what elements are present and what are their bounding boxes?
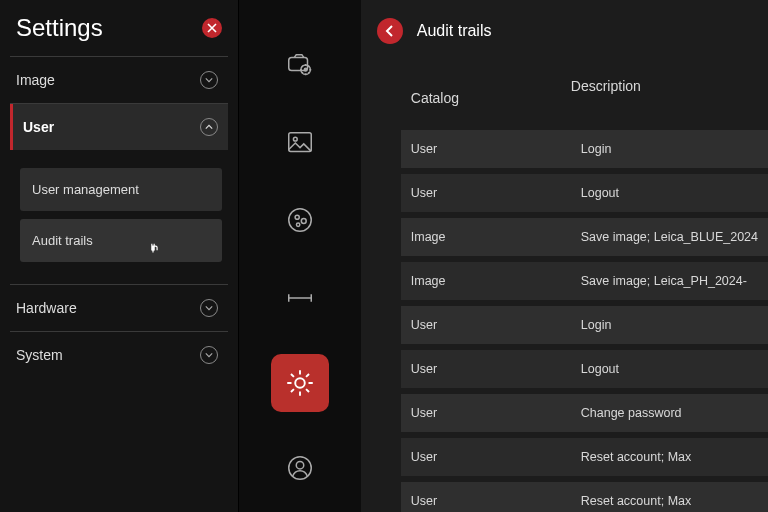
back-button[interactable] [377,18,403,44]
cell-description: Login [571,306,768,344]
cell-catalog: User [401,130,571,168]
cell-catalog: User [401,174,571,212]
table-row[interactable]: UserLogout [401,350,768,388]
subitem-audit-trails[interactable]: Audit trails [20,219,222,262]
category-label: Hardware [16,300,77,316]
svg-point-14 [296,461,304,469]
col-catalog: Catalog [401,78,571,118]
subitem-label: Audit trails [32,233,93,248]
table-row[interactable]: UserReset account; Max [401,482,768,512]
settings-panel: Settings Image User User management Audi… [0,0,239,512]
rail-settings[interactable] [271,354,329,412]
svg-point-4 [293,137,297,141]
svg-point-7 [301,219,306,224]
category-label: User [23,119,54,135]
cell-description: Reset account; Max [571,482,768,512]
audit-panel: Audit trails Catalog Description UserLog… [361,0,768,512]
rail-camera[interactable] [278,42,322,86]
pointer-cursor-icon [146,242,160,256]
cell-description: Reset account; Max [571,438,768,476]
image-icon [285,127,315,157]
category-user[interactable]: User [10,104,228,150]
table-row[interactable]: ImageSave image; Leica_PH_2024- [401,262,768,300]
chevron-down-icon [200,71,218,89]
table-header: Catalog Description [401,66,768,130]
chevron-left-icon [384,25,396,37]
cell-description: Logout [571,350,768,388]
ruler-icon [285,283,315,313]
subitem-label: User management [32,182,139,197]
table-row[interactable]: UserLogin [401,306,768,344]
table-row[interactable]: UserReset account; Max [401,438,768,476]
audit-table: Catalog Description UserLoginUserLogoutI… [361,66,768,512]
audit-title: Audit trails [417,22,492,40]
rail-image[interactable] [278,120,322,164]
cell-catalog: User [401,438,571,476]
chevron-down-icon [200,299,218,317]
cells-icon [285,205,315,235]
cell-catalog: Image [401,218,571,256]
category-label: Image [16,72,55,88]
category-image[interactable]: Image [10,57,228,104]
chevron-up-icon [200,118,218,136]
category-hardware[interactable]: Hardware [10,285,228,332]
cell-description: Save image; Leica_PH_2024- [571,262,768,300]
cell-catalog: User [401,306,571,344]
close-button[interactable] [202,18,222,38]
category-system[interactable]: System [10,332,228,378]
user-subgroup: User management Audit trails [10,150,228,285]
svg-point-2 [304,68,307,71]
svg-point-5 [289,209,312,232]
subitem-user-management[interactable]: User management [20,168,222,211]
camera-settings-icon [285,49,315,79]
category-label: System [16,347,63,363]
col-description: Description [571,78,768,118]
table-row[interactable]: UserLogout [401,174,768,212]
table-row[interactable]: UserLogin [401,130,768,168]
close-icon [207,23,217,33]
cell-description: Login [571,130,768,168]
settings-title: Settings [16,14,103,42]
cell-description: Logout [571,174,768,212]
cell-description: Change password [571,394,768,432]
rail-analysis[interactable] [278,198,322,242]
cell-catalog: User [401,482,571,512]
table-row[interactable]: ImageSave image; Leica_BLUE_2024 [401,218,768,256]
rail-measure[interactable] [278,276,322,320]
cell-description: Save image; Leica_BLUE_2024 [571,218,768,256]
gear-icon [283,366,317,400]
svg-point-8 [296,223,299,226]
user-icon [285,453,315,483]
svg-point-12 [295,378,305,388]
table-row[interactable]: UserChange password [401,394,768,432]
cell-catalog: User [401,350,571,388]
svg-point-6 [295,215,299,219]
cell-catalog: Image [401,262,571,300]
chevron-down-icon [200,346,218,364]
rail-user[interactable] [278,446,322,490]
tool-rail [239,0,361,512]
cell-catalog: User [401,394,571,432]
